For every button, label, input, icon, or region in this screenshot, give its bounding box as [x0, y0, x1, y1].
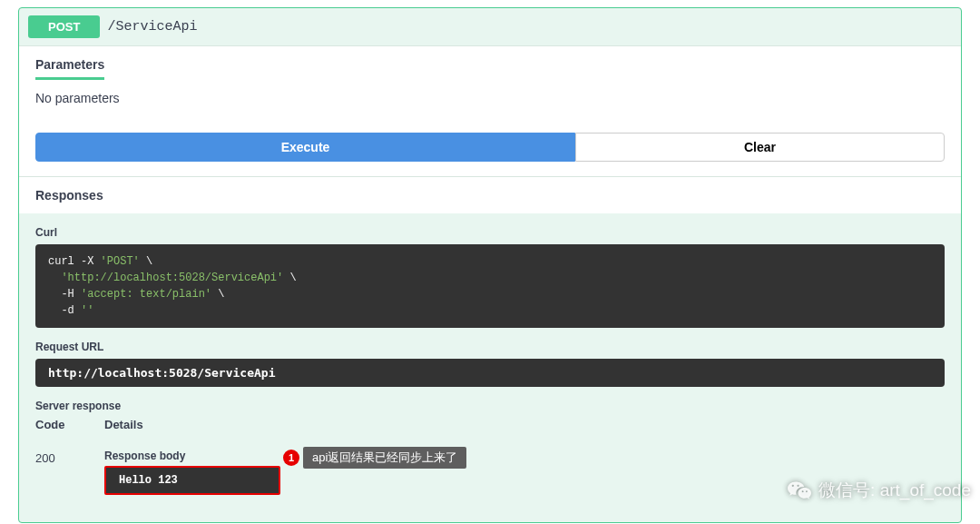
- request-url-label: Request URL: [35, 341, 945, 353]
- operation-header[interactable]: POST /ServiceApi: [19, 8, 961, 45]
- no-parameters-text: No parameters: [35, 80, 945, 133]
- parameters-section: Parameters No parameters Execute Clear: [19, 45, 961, 176]
- annotation-callout: 1 api返回结果已经同步上来了: [283, 447, 466, 469]
- execute-button[interactable]: Execute: [35, 133, 575, 162]
- response-body-box[interactable]: Hello 123: [104, 466, 280, 495]
- endpoint-path: /ServiceApi: [107, 19, 197, 35]
- code-column: Code 200: [35, 418, 104, 465]
- details-column-header: Details: [104, 418, 945, 431]
- server-response-label: Server response: [35, 400, 945, 412]
- response-body-label: Response body: [104, 450, 945, 462]
- watermark-text: 微信号: art_of_code: [818, 479, 971, 502]
- curl-codebox[interactable]: curl -X 'POST' \ 'http://localhost:5028/…: [35, 244, 945, 328]
- status-code: 200: [35, 431, 104, 465]
- code-column-header: Code: [35, 418, 104, 431]
- watermark: 微信号: art_of_code: [788, 479, 971, 502]
- parameters-tab[interactable]: Parameters: [35, 57, 104, 80]
- responses-body: Curl curl -X 'POST' \ 'http://localhost:…: [19, 213, 961, 522]
- clear-button[interactable]: Clear: [575, 133, 945, 162]
- wechat-icon: [788, 480, 811, 500]
- http-method-badge: POST: [28, 15, 100, 38]
- request-url-box[interactable]: http://localhost:5028/ServiceApi: [35, 359, 945, 387]
- annotation-text: api返回结果已经同步上来了: [303, 447, 466, 469]
- curl-label: Curl: [35, 226, 945, 239]
- annotation-number-badge: 1: [283, 450, 299, 466]
- operation-block: POST /ServiceApi Parameters No parameter…: [18, 7, 962, 523]
- responses-header: Responses: [19, 176, 961, 213]
- action-buttons-row: Execute Clear: [35, 133, 945, 162]
